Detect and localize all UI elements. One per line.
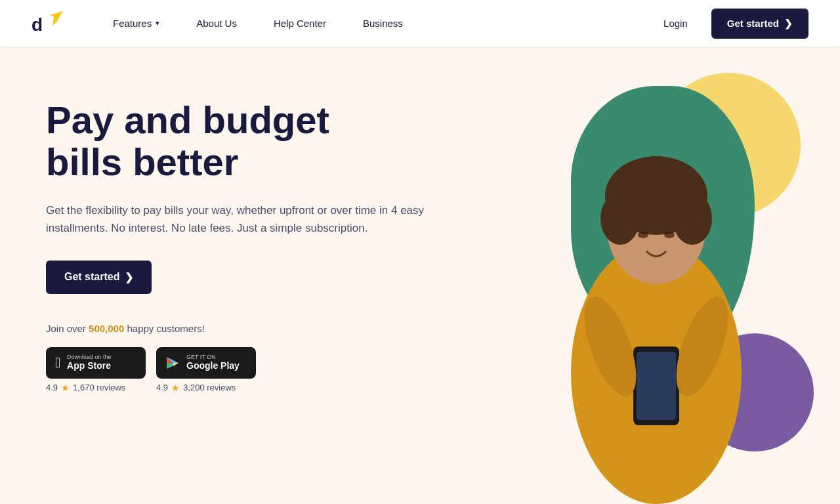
svg-marker-16 [173,363,178,366]
hero-content: Pay and budget bills better Get the flex… [0,47,433,432]
nav-features[interactable]: Features ▾ [94,18,178,29]
nav-get-started-button[interactable]: Get started ❯ [711,9,808,39]
cta-arrow-icon: ❯ [125,271,133,284]
chevron-down-icon: ▾ [156,19,159,28]
star-icon: ★ [61,383,70,393]
svg-point-7 [638,232,648,238]
nav-business[interactable]: Business [345,18,421,29]
app-store-badge-wrap:  Download on the App Store 4.9 ★ 1,670 … [46,347,146,393]
apple-icon:  [55,354,60,371]
nav-help-center[interactable]: Help Center [255,18,345,29]
login-button[interactable]: Login [653,12,698,34]
google-play-badge[interactable]: GET IT ON Google Play [156,347,256,379]
navbar: d Features ▾ About Us Help Center Busine… [0,0,840,47]
nav-links: Features ▾ About Us Help Center Business [94,18,653,29]
svg-point-6 [673,192,712,245]
hero-subtitle: Get the flexibility to pay bills your wa… [46,201,427,237]
star-icon: ★ [171,383,180,393]
svg-text:d: d [32,14,43,35]
hero-person-image [525,97,788,504]
svg-point-8 [664,232,675,238]
svg-rect-10 [637,352,676,420]
hero-title: Pay and budget bills better [46,99,433,183]
google-play-icon [165,356,180,370]
customers-count-text: Join over 500,000 happy customers! [46,323,433,334]
nav-right: Login Get started ❯ [653,9,808,39]
app-store-badge[interactable]:  Download on the App Store [46,347,146,379]
arrow-icon: ❯ [784,18,793,30]
store-badges:  Download on the App Store 4.9 ★ 1,670 … [46,347,433,393]
logo-link[interactable]: d [32,10,63,37]
svg-point-5 [600,192,640,245]
google-play-rating: 4.9 ★ 3,200 reviews [156,383,236,393]
hero-section: Pay and budget bills better Get the flex… [0,47,840,504]
nav-about-us[interactable]: About Us [178,18,255,29]
google-play-badge-wrap: GET IT ON Google Play 4.9 ★ 3,200 review… [156,347,256,393]
app-store-rating: 4.9 ★ 1,670 reviews [46,383,125,393]
hero-get-started-button[interactable]: Get started ❯ [46,261,152,294]
svg-marker-1 [50,11,63,26]
